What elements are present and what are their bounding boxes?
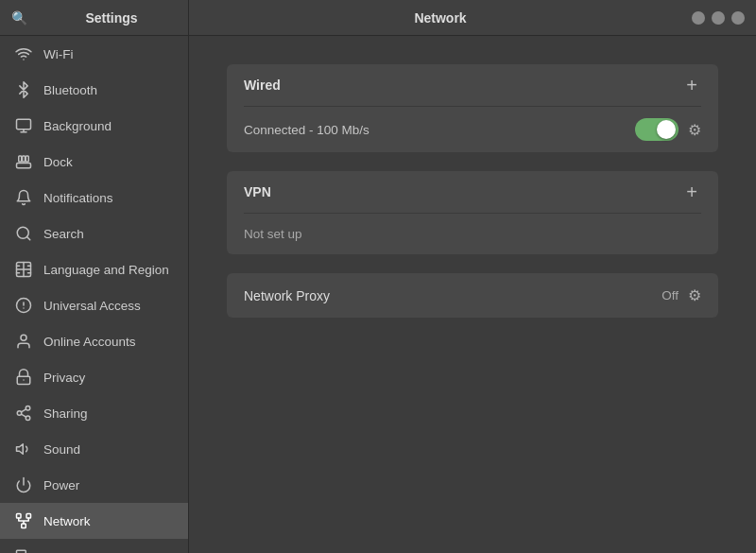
sidebar-item-bluetooth[interactable]: Bluetooth (0, 72, 188, 108)
sidebar-item-label-search: Search (43, 227, 173, 241)
sidebar-item-language-region[interactable]: Language and Region (0, 251, 188, 287)
svg-line-17 (21, 409, 26, 412)
sidebar-item-sound[interactable]: Sound (0, 431, 188, 467)
universal-access-icon (15, 297, 32, 314)
proxy-row: Network Proxy Off ⚙ (227, 273, 718, 318)
proxy-status: Off (662, 288, 679, 302)
sidebar-item-label-notifications: Notifications (43, 191, 173, 205)
window-minimize-button[interactable] (712, 11, 725, 25)
titlebar-left: 🔍 Settings (0, 0, 189, 35)
wifi-icon (15, 45, 32, 62)
network-icon (15, 512, 32, 529)
svg-rect-2 (17, 164, 31, 168)
sidebar-item-power[interactable]: Power (0, 467, 188, 503)
wired-toggle[interactable] (635, 118, 679, 141)
sidebar-item-dock[interactable]: Dock (0, 144, 188, 180)
titlebar: 🔍 Settings Network (0, 0, 756, 36)
vpn-section-header: VPN + (227, 171, 718, 213)
devices-icon (15, 548, 32, 553)
sidebar-item-background[interactable]: Background (0, 108, 188, 144)
svg-marker-18 (17, 444, 24, 455)
power-icon (15, 476, 32, 493)
privacy-icon (15, 369, 32, 386)
sidebar-item-wifi[interactable]: Wi-Fi (0, 36, 188, 72)
sidebar-item-devices[interactable]: Devices › (0, 539, 188, 553)
sidebar-item-label-power: Power (43, 478, 173, 493)
sidebar: Wi-Fi Bluetooth Background (0, 36, 189, 553)
wired-connection-label: Connected - 100 Mb/s (244, 123, 626, 137)
proxy-label: Network Proxy (244, 288, 662, 303)
vpn-section: VPN + Not set up (227, 171, 718, 254)
vpn-section-title: VPN (244, 184, 271, 199)
svg-point-10 (21, 335, 26, 340)
sound-icon (15, 441, 32, 458)
proxy-section: Network Proxy Off ⚙ (227, 273, 718, 318)
search-icon (15, 225, 32, 242)
sidebar-item-label-background: Background (43, 119, 173, 133)
svg-rect-3 (19, 156, 22, 162)
sidebar-item-label-language-region: Language and Region (43, 263, 173, 277)
language-icon (15, 261, 32, 278)
window-close-button[interactable] (692, 11, 705, 25)
sidebar-item-label-bluetooth: Bluetooth (43, 83, 173, 97)
titlebar-search-icon[interactable]: 🔍 (11, 10, 27, 26)
online-accounts-icon (15, 333, 32, 350)
sidebar-item-search[interactable]: Search (0, 216, 188, 251)
window-maximize-button[interactable] (731, 11, 745, 25)
sidebar-item-network[interactable]: Network (0, 503, 188, 539)
background-icon (15, 117, 32, 134)
svg-line-16 (21, 414, 26, 417)
sidebar-item-notifications[interactable]: Notifications (0, 180, 188, 216)
sidebar-item-privacy[interactable]: Privacy (0, 359, 188, 395)
svg-rect-1 (17, 119, 31, 130)
sidebar-item-label-sound: Sound (43, 442, 173, 457)
bluetooth-icon (15, 81, 32, 98)
svg-line-7 (26, 236, 29, 239)
main-layout: Wi-Fi Bluetooth Background (0, 36, 756, 553)
vpn-empty-label: Not set up (227, 214, 718, 254)
titlebar-center: Network (189, 10, 692, 26)
sidebar-item-label-online-accounts: Online Accounts (43, 335, 173, 349)
notifications-icon (15, 189, 32, 206)
wired-section-title: Wired (244, 78, 281, 93)
svg-rect-4 (23, 156, 26, 162)
sidebar-item-label-dock: Dock (43, 155, 173, 169)
sidebar-item-label-wifi: Wi-Fi (43, 47, 173, 61)
sharing-icon (15, 405, 32, 422)
wired-connection-row: Connected - 100 Mb/s ⚙ (227, 107, 718, 152)
dock-icon (15, 153, 32, 170)
sidebar-item-online-accounts[interactable]: Online Accounts (0, 323, 188, 359)
sidebar-item-label-universal-access: Universal Access (43, 299, 173, 313)
wired-settings-gear-icon[interactable]: ⚙ (688, 121, 701, 139)
sidebar-item-sharing[interactable]: Sharing (0, 395, 188, 431)
wired-section: Wired + Connected - 100 Mb/s ⚙ (227, 64, 718, 152)
svg-rect-5 (26, 156, 28, 162)
wired-add-button[interactable]: + (682, 76, 701, 95)
proxy-settings-gear-icon[interactable]: ⚙ (688, 286, 701, 304)
vpn-add-button[interactable]: + (682, 182, 701, 201)
sidebar-item-label-network: Network (43, 514, 173, 528)
svg-point-12 (23, 379, 25, 381)
content-area: Wired + Connected - 100 Mb/s ⚙ VPN + Not… (189, 36, 756, 553)
titlebar-app-title: Settings (35, 10, 188, 26)
svg-point-0 (23, 59, 25, 60)
wired-toggle-knob (657, 120, 676, 139)
wired-section-header: Wired + (227, 64, 718, 106)
sidebar-item-universal-access[interactable]: Universal Access (0, 287, 188, 323)
sidebar-item-label-privacy: Privacy (43, 371, 173, 385)
sidebar-item-label-sharing: Sharing (43, 406, 173, 421)
titlebar-controls (692, 11, 756, 25)
sidebar-item-label-devices: Devices (43, 550, 158, 554)
titlebar-page-title: Network (414, 10, 466, 26)
